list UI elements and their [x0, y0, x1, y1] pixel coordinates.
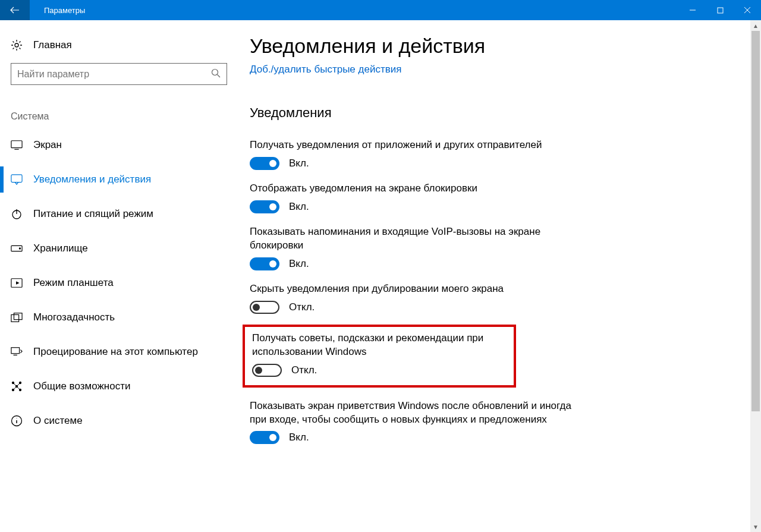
multitask-icon [11, 311, 23, 323]
svg-rect-3 [11, 141, 22, 148]
svg-rect-10 [14, 313, 22, 320]
svg-rect-4 [11, 175, 22, 182]
minimize-icon [689, 7, 696, 14]
window-title: Параметры [30, 6, 85, 15]
sidebar-item-label: Хранилище [33, 243, 88, 254]
main-panel: Уведомления и действия Доб./удалить быст… [238, 20, 761, 532]
page-title: Уведомления и действия [250, 34, 761, 64]
setting-hide-when-duplicate: Скрыть уведомления при дублировании моег… [250, 270, 583, 314]
setting-voip-lockscreen: Показывать напоминания и входящие VoIP-в… [250, 213, 583, 270]
vertical-scrollbar[interactable]: ▲ ▼ [750, 20, 761, 532]
scroll-down-button[interactable]: ▼ [750, 521, 761, 532]
search-icon [211, 68, 221, 80]
sidebar-item-display[interactable]: Экран [0, 128, 238, 162]
setting-lockscreen-notifications: Отображать уведомления на экране блокиро… [250, 170, 583, 213]
back-button[interactable] [0, 0, 30, 20]
svg-point-2 [212, 69, 218, 75]
toggle-hide-when-duplicate[interactable] [250, 301, 279, 314]
maximize-button[interactable] [706, 0, 734, 20]
quick-actions-link[interactable]: Доб./удалить быстрые действия [250, 64, 401, 75]
sidebar-item-label: Многозадачность [33, 311, 115, 323]
sidebar-item-multitask[interactable]: Многозадачность [0, 300, 238, 335]
maximize-icon [717, 7, 724, 14]
setting-label: Получать уведомления от приложений и дру… [250, 138, 583, 152]
sidebar-item-notifications[interactable]: Уведомления и действия [0, 162, 238, 197]
sidebar-item-label: Экран [33, 139, 62, 151]
gear-icon [11, 39, 23, 51]
setting-label: Получать советы, подсказки и рекомендаци… [252, 332, 507, 359]
search-input[interactable] [11, 63, 227, 85]
setting-tips: Получать советы, подсказки и рекомендаци… [252, 332, 507, 377]
svg-point-7 [19, 248, 20, 249]
project-icon [11, 346, 23, 358]
scroll-up-button[interactable]: ▲ [750, 20, 761, 31]
toggle-tips[interactable] [252, 364, 282, 377]
sidebar-item-about[interactable]: О системе [0, 404, 238, 438]
toggle-app-notifications[interactable] [250, 157, 279, 170]
svg-rect-0 [718, 8, 723, 13]
setting-label: Показывать напоминания и входящие VoIP-в… [250, 225, 583, 253]
scroll-thumb[interactable] [751, 31, 760, 411]
toggle-state: Вкл. [289, 158, 309, 169]
svg-rect-11 [11, 348, 20, 354]
toggle-state: Откл. [291, 364, 317, 376]
sidebar-item-share[interactable]: Общие возможности [0, 369, 238, 404]
section-title: Уведомления [250, 75, 761, 127]
toggle-state: Откл. [289, 301, 315, 313]
toggle-welcome-experience[interactable] [250, 431, 279, 444]
home-label: Главная [33, 39, 72, 51]
search-field[interactable] [17, 69, 211, 80]
toggle-voip-lockscreen[interactable] [250, 257, 279, 270]
sidebar-item-label: О системе [33, 415, 83, 427]
share-icon [11, 380, 23, 392]
sidebar-item-project[interactable]: Проецирование на этот компьютер [0, 335, 238, 369]
sidebar: Главная Система Экран Уведомления и дейс… [0, 20, 238, 532]
sidebar-item-label: Уведомления и действия [33, 174, 151, 185]
sidebar-item-label: Проецирование на этот компьютер [33, 346, 198, 358]
tablet-icon [11, 277, 23, 289]
window-controls [679, 0, 761, 20]
sidebar-item-storage[interactable]: Хранилище [0, 231, 238, 266]
sidebar-item-label: Общие возможности [33, 380, 130, 392]
setting-label: Скрыть уведомления при дублировании моег… [250, 282, 583, 296]
notification-icon [11, 174, 23, 185]
sidebar-item-label: Режим планшета [33, 277, 114, 289]
toggle-state: Вкл. [289, 432, 309, 443]
home-link[interactable]: Главная [0, 32, 238, 58]
toggle-lockscreen-notifications[interactable] [250, 200, 279, 213]
sidebar-group-label: Система [0, 85, 238, 128]
toggle-state: Вкл. [289, 258, 309, 270]
svg-rect-9 [11, 314, 19, 322]
titlebar: Параметры [0, 0, 761, 20]
highlighted-setting: Получать советы, подсказки и рекомендаци… [243, 325, 516, 388]
minimize-button[interactable] [679, 0, 706, 20]
setting-label: Показывать экран приветствия Windows пос… [250, 399, 583, 427]
display-icon [11, 139, 23, 151]
setting-welcome-experience: Показывать экран приветствия Windows пос… [250, 388, 583, 445]
power-icon [11, 208, 23, 220]
arrow-left-icon [10, 5, 20, 15]
svg-point-1 [15, 43, 18, 47]
setting-label: Отображать уведомления на экране блокиро… [250, 182, 583, 196]
sidebar-item-label: Питание и спящий режим [33, 208, 153, 220]
toggle-state: Вкл. [289, 201, 309, 213]
sidebar-item-power[interactable]: Питание и спящий режим [0, 197, 238, 231]
close-button[interactable] [734, 0, 761, 20]
sidebar-item-tablet[interactable]: Режим планшета [0, 266, 238, 300]
info-icon [11, 415, 23, 427]
storage-icon [11, 243, 23, 254]
close-icon [744, 7, 751, 14]
setting-app-notifications: Получать уведомления от приложений и дру… [250, 127, 583, 170]
